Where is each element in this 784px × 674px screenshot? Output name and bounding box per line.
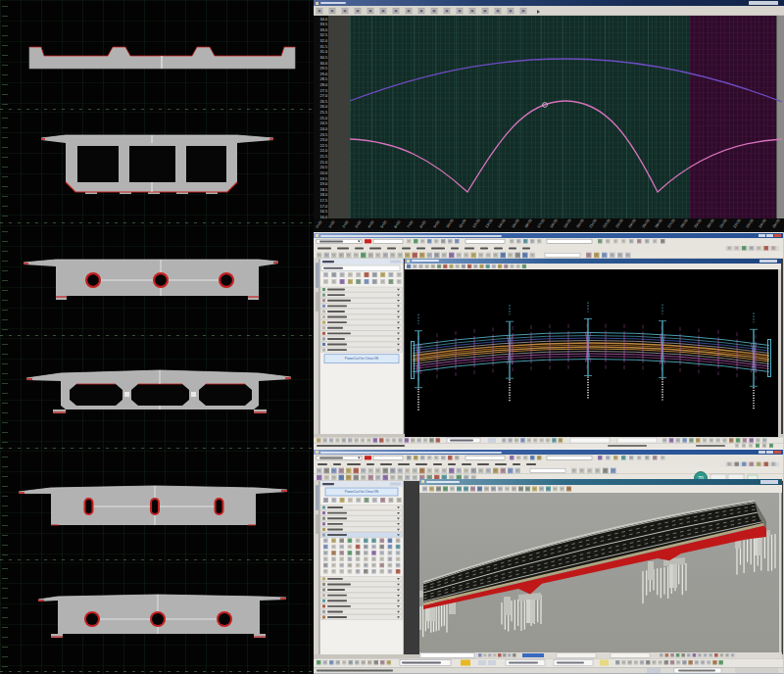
svg-text:PowerCivil for China V8i: PowerCivil for China V8i <box>345 357 379 361</box>
svg-text:PowerCivil for China V8i: PowerCivil for China V8i <box>345 490 379 494</box>
